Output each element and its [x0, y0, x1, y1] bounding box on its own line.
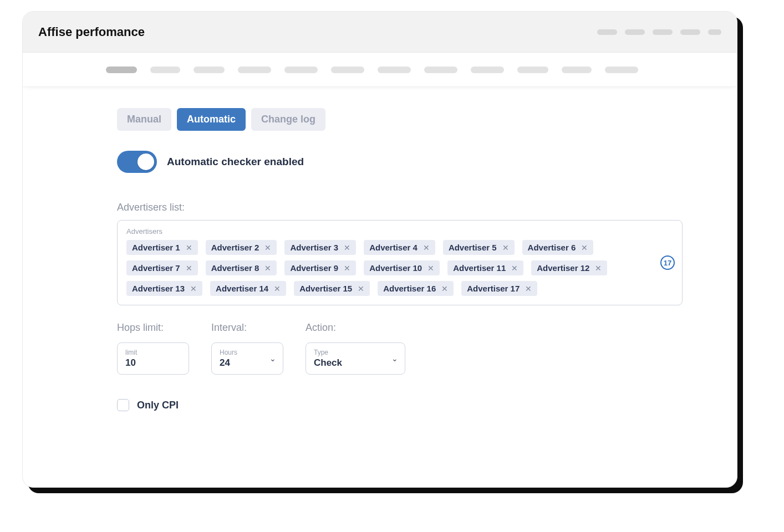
automatic-checker-label: Automatic checker enabled	[167, 156, 304, 168]
chip-label: Advertiser 6	[528, 243, 576, 252]
placeholder-pill	[680, 29, 700, 35]
advertiser-chip[interactable]: Advertiser 12✕	[531, 260, 607, 275]
advertisers-multiselect[interactable]: Advertisers Advertiser 1✕Advertiser 2✕Ad…	[117, 220, 683, 305]
only-cpi-checkbox[interactable]	[117, 399, 129, 411]
interval-label: Hours	[220, 349, 275, 356]
chevron-down-icon: ⌄	[269, 354, 276, 363]
automatic-checker-row: Automatic checker enabled	[117, 151, 698, 173]
close-icon[interactable]: ✕	[357, 284, 365, 293]
close-icon[interactable]: ✕	[343, 264, 352, 273]
navbar	[23, 53, 737, 87]
nav-item[interactable]	[562, 66, 592, 73]
action-value: Check	[314, 357, 397, 369]
action-title: Action:	[306, 322, 405, 334]
advertiser-chip[interactable]: Advertiser 1✕	[126, 240, 198, 255]
advertiser-chip[interactable]: Advertiser 16✕	[378, 281, 454, 296]
advertisers-list-label: Advertisers list:	[117, 202, 698, 213]
advertisers-count-badge[interactable]: 17	[660, 255, 675, 270]
advertiser-chips: Advertiser 1✕Advertiser 2✕Advertiser 3✕A…	[126, 240, 646, 296]
chip-label: Advertiser 11	[453, 263, 506, 273]
advertisers-multiselect-wrap: Advertisers Advertiser 1✕Advertiser 2✕Ad…	[117, 220, 683, 305]
nav-item[interactable]	[517, 66, 548, 73]
hops-limit-input[interactable]: limit 10	[117, 342, 189, 375]
close-icon[interactable]: ✕	[263, 264, 272, 273]
close-icon[interactable]: ✕	[426, 264, 435, 273]
chip-label: Advertiser 2	[211, 243, 259, 252]
advertiser-chip[interactable]: Advertiser 6✕	[522, 240, 594, 255]
chip-label: Advertiser 10	[369, 263, 422, 273]
close-icon[interactable]: ✕	[580, 243, 589, 252]
automatic-checker-toggle[interactable]	[117, 151, 157, 173]
nav-item[interactable]	[378, 66, 411, 73]
interval-group: Interval: Hours 24 ⌄	[211, 322, 283, 375]
placeholder-pill	[597, 29, 617, 35]
close-icon[interactable]: ✕	[440, 284, 449, 293]
toggle-knob	[138, 154, 154, 170]
chip-label: Advertiser 5	[449, 243, 497, 252]
nav-item[interactable]	[471, 66, 504, 73]
close-icon[interactable]: ✕	[524, 284, 533, 293]
hops-limit-label: limit	[125, 349, 181, 356]
hops-limit-value: 10	[125, 357, 181, 369]
app-title: Affise perfomance	[38, 25, 145, 39]
chip-label: Advertiser 8	[211, 263, 259, 273]
close-icon[interactable]: ✕	[343, 243, 352, 252]
nav-item[interactable]	[106, 66, 137, 73]
advertisers-field-label: Advertisers	[126, 227, 646, 236]
nav-item[interactable]	[150, 66, 180, 73]
advertiser-chip[interactable]: Advertiser 11✕	[447, 260, 523, 275]
chip-label: Advertiser 7	[132, 263, 180, 273]
nav-item[interactable]	[605, 66, 638, 73]
app-window: Affise perfomance Manual Automatic Chang…	[22, 11, 737, 488]
tab-automatic[interactable]: Automatic	[177, 108, 246, 131]
hops-limit-group: Hops limit: limit 10	[117, 322, 189, 375]
close-icon[interactable]: ✕	[185, 243, 194, 252]
interval-select[interactable]: Hours 24 ⌄	[211, 342, 283, 375]
window-controls	[597, 29, 721, 35]
tab-change-log[interactable]: Change log	[251, 108, 325, 131]
settings-row: Hops limit: limit 10 Interval: Hours 24 …	[117, 322, 698, 375]
placeholder-pill	[708, 29, 721, 35]
close-icon[interactable]: ✕	[501, 243, 510, 252]
chip-label: Advertiser 3	[290, 243, 338, 252]
advertiser-chip[interactable]: Advertiser 15✕	[294, 281, 370, 296]
chip-label: Advertiser 1	[132, 243, 180, 252]
advertiser-chip[interactable]: Advertiser 14✕	[210, 281, 286, 296]
chip-label: Advertiser 9	[290, 263, 338, 273]
advertiser-chip[interactable]: Advertiser 13✕	[126, 281, 202, 296]
nav-item[interactable]	[331, 66, 364, 73]
chip-label: Advertiser 4	[369, 243, 418, 252]
tab-manual[interactable]: Manual	[117, 108, 171, 131]
close-icon[interactable]: ✕	[189, 284, 198, 293]
advertiser-chip[interactable]: Advertiser 9✕	[284, 260, 356, 275]
nav-item[interactable]	[424, 66, 457, 73]
advertiser-chip[interactable]: Advertiser 17✕	[461, 281, 537, 296]
nav-item[interactable]	[284, 66, 318, 73]
hops-limit-title: Hops limit:	[117, 322, 189, 334]
advertiser-chip[interactable]: Advertiser 3✕	[284, 240, 356, 255]
chip-label: Advertiser 12	[537, 263, 589, 273]
chip-label: Advertiser 16	[383, 284, 436, 293]
interval-value: 24	[220, 357, 275, 369]
advertiser-chip[interactable]: Advertiser 5✕	[443, 240, 515, 255]
only-cpi-label: Only CPI	[137, 400, 179, 411]
chip-label: Advertiser 17	[467, 284, 520, 293]
advertiser-chip[interactable]: Advertiser 8✕	[206, 260, 277, 275]
advertiser-chip[interactable]: Advertiser 4✕	[364, 240, 435, 255]
advertiser-chip[interactable]: Advertiser 7✕	[126, 260, 198, 275]
advertiser-chip[interactable]: Advertiser 2✕	[206, 240, 277, 255]
close-icon[interactable]: ✕	[263, 243, 272, 252]
close-icon[interactable]: ✕	[422, 243, 431, 252]
action-group: Action: Type Check ⌄	[306, 322, 405, 375]
close-icon[interactable]: ✕	[594, 264, 603, 273]
close-icon[interactable]: ✕	[510, 264, 519, 273]
chip-label: Advertiser 15	[299, 284, 352, 293]
close-icon[interactable]: ✕	[185, 264, 194, 273]
nav-item[interactable]	[238, 66, 271, 73]
only-cpi-row: Only CPI	[117, 399, 698, 411]
close-icon[interactable]: ✕	[273, 284, 282, 293]
action-label: Type	[314, 349, 397, 356]
action-select[interactable]: Type Check ⌄	[306, 342, 405, 375]
advertiser-chip[interactable]: Advertiser 10✕	[364, 260, 440, 275]
nav-item[interactable]	[194, 66, 225, 73]
